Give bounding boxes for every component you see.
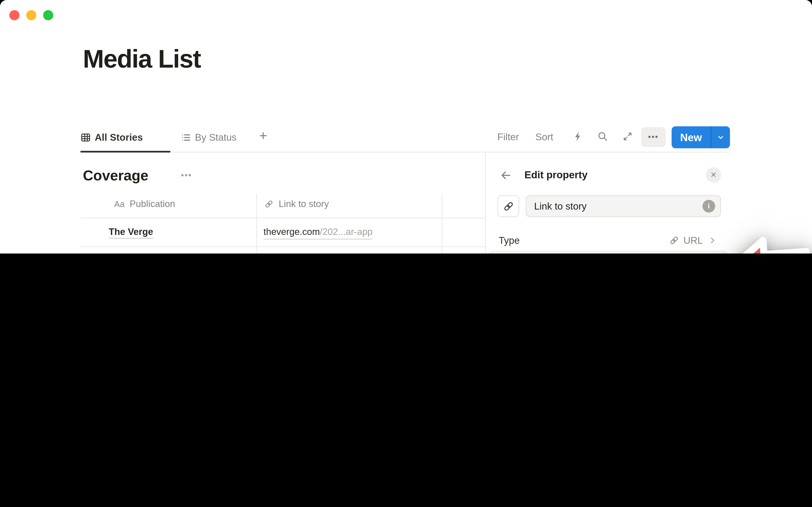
column-label: Link to story bbox=[279, 199, 329, 210]
close-icon: ✕ bbox=[710, 170, 717, 180]
list-icon bbox=[181, 132, 191, 143]
panel-divider bbox=[485, 152, 486, 253]
database-options-button[interactable]: ••• bbox=[181, 171, 192, 180]
link-icon bbox=[669, 235, 679, 245]
expand-view-button[interactable] bbox=[622, 131, 633, 144]
red-arrow-annotation bbox=[726, 228, 812, 253]
type-row[interactable]: Type URL bbox=[489, 231, 727, 250]
automations-button[interactable] bbox=[573, 131, 583, 144]
type-value: URL bbox=[683, 235, 703, 246]
link-icon bbox=[503, 201, 514, 212]
new-dropdown-button[interactable] bbox=[711, 126, 730, 148]
tab-all-stories[interactable]: All Stories bbox=[80, 129, 143, 145]
url-domain: theverge.com bbox=[263, 226, 320, 237]
column-header-publication[interactable]: Aa Publication bbox=[114, 195, 175, 213]
toolbar-divider bbox=[80, 152, 730, 153]
page-title: Media List bbox=[83, 44, 201, 73]
table-header-divider bbox=[80, 218, 485, 218]
column-label: Publication bbox=[130, 199, 175, 210]
expand-diagonal-icon bbox=[622, 136, 633, 143]
table-row-cell-url[interactable]: theverge.com/202...ar-app bbox=[263, 226, 372, 239]
property-name-value: Link to story bbox=[534, 201, 703, 212]
property-name-input[interactable]: Link to story i bbox=[526, 195, 721, 217]
add-view-button[interactable]: + bbox=[259, 128, 267, 144]
new-button-label: New bbox=[672, 126, 711, 148]
back-button[interactable] bbox=[500, 169, 512, 183]
column-header-link-to-story[interactable]: Link to story bbox=[264, 195, 329, 213]
sort-button[interactable]: Sort bbox=[536, 131, 553, 143]
info-icon[interactable]: i bbox=[703, 200, 715, 213]
chevron-down-icon bbox=[717, 133, 724, 141]
text-property-icon: Aa bbox=[114, 199, 124, 209]
url-tail: /202...ar-app bbox=[320, 226, 373, 237]
active-tab-underline bbox=[80, 151, 170, 153]
arrow-left-icon bbox=[500, 175, 512, 182]
link-icon bbox=[264, 200, 273, 209]
app-window: Media List All Stories By bbox=[0, 0, 812, 253]
row-divider bbox=[80, 246, 485, 247]
new-button[interactable]: New bbox=[672, 126, 730, 148]
property-type-icon-button[interactable] bbox=[497, 195, 519, 217]
tab-label: By Status bbox=[195, 131, 237, 143]
chevron-right-icon bbox=[709, 237, 716, 244]
close-panel-button[interactable]: ✕ bbox=[706, 167, 721, 182]
column-divider bbox=[442, 194, 442, 253]
tab-label: All Stories bbox=[95, 131, 143, 143]
page-link[interactable]: The Verge bbox=[109, 226, 153, 239]
filter-button[interactable]: Filter bbox=[497, 131, 519, 143]
show-full-url-row[interactable]: Show full URL bbox=[489, 250, 727, 253]
table-row-cell-publication[interactable]: The Verge bbox=[109, 226, 153, 237]
search-button[interactable] bbox=[597, 131, 608, 144]
search-icon bbox=[597, 136, 608, 143]
minimize-window-button[interactable] bbox=[26, 10, 36, 20]
view-options-button[interactable]: ••• bbox=[641, 127, 666, 147]
column-divider bbox=[256, 194, 257, 253]
zoom-window-button[interactable] bbox=[43, 10, 53, 20]
arrow-left-shape bbox=[732, 237, 809, 253]
type-label: Type bbox=[499, 235, 520, 246]
close-window-button[interactable] bbox=[9, 10, 19, 20]
database-title: Coverage bbox=[83, 167, 148, 184]
table-icon bbox=[80, 132, 91, 143]
tab-by-status[interactable]: By Status bbox=[181, 129, 237, 145]
lightning-icon bbox=[573, 136, 583, 143]
ellipsis-icon: ••• bbox=[648, 133, 659, 142]
panel-title: Edit property bbox=[524, 169, 588, 181]
